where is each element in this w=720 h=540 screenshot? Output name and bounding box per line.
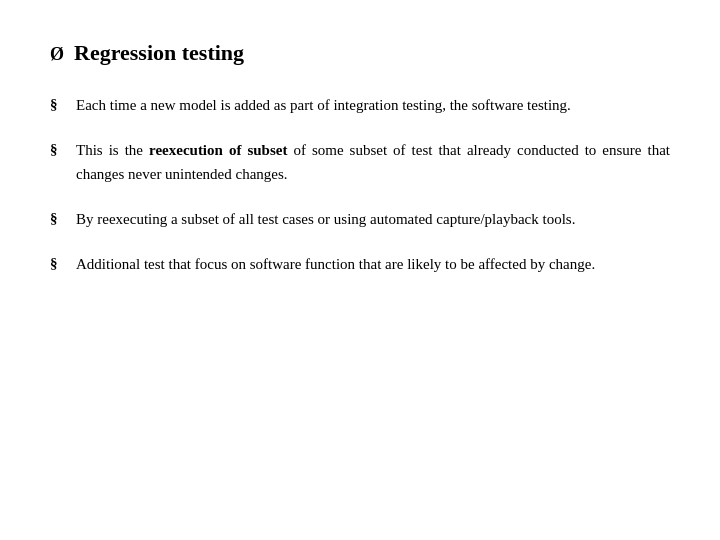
bullet-marker-3: §	[50, 210, 66, 227]
bullet-item-4: § Additional test that focus on software…	[50, 253, 670, 276]
slide-heading: Regression testing	[74, 40, 244, 66]
arrow-icon: Ø	[50, 44, 64, 65]
bullet-content-3: By reexecuting a subset of all test case…	[76, 208, 670, 231]
bullet-marker-1: §	[50, 96, 66, 113]
bullet-list: § Each time a new model is added as part…	[50, 94, 670, 276]
bullet-item-2: § This is the reexecution of subset of s…	[50, 139, 670, 186]
bullet-item-1: § Each time a new model is added as part…	[50, 94, 670, 117]
bold-reexecution: reexecution of subset	[149, 142, 287, 158]
bullet-content-1: Each time a new model is added as part o…	[76, 94, 670, 117]
bullet-marker-2: §	[50, 141, 66, 158]
bullet-item-3: § By reexecuting a subset of all test ca…	[50, 208, 670, 231]
bullet-content-2: This is the reexecution of subset of som…	[76, 139, 670, 186]
bullet-content-4: Additional test that focus on software f…	[76, 253, 670, 276]
slide-container: Ø Regression testing § Each time a new m…	[0, 0, 720, 540]
bullet-marker-4: §	[50, 255, 66, 272]
heading-row: Ø Regression testing	[50, 40, 670, 66]
